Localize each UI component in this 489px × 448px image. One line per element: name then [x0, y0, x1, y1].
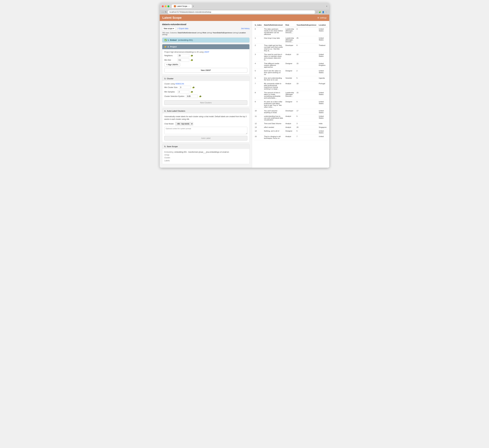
umap-label: Umap: [164, 154, 170, 156]
bookmark-icon[interactable]: ☆ [316, 11, 318, 13]
cell-years: 15 [295, 91, 318, 100]
new-scope-button[interactable]: New scope ▾ [162, 27, 176, 30]
cell-text: Don't see the value vs. time spent worki… [263, 69, 284, 76]
cell-role: Developer [284, 109, 295, 114]
address-input[interactable] [168, 10, 315, 14]
extensions-icon[interactable]: 🧩 [319, 11, 321, 13]
table-row: 4 That different media require different… [253, 62, 328, 69]
table-row: 9 It's seen as a blue collar profession … [253, 100, 328, 109]
step-save-number: 5. [164, 145, 166, 148]
cell-years: 5 [295, 129, 318, 135]
context-textarea[interactable] [164, 127, 247, 134]
cell-role: Analyst [284, 122, 295, 125]
table-header-row: ls_index DataVizNotUnderstood Role Years… [253, 23, 328, 27]
col-header-role: Role [284, 23, 295, 27]
step-auto-label-number: 4. [164, 110, 166, 112]
cell-role: Scientist [284, 76, 295, 82]
table-row: 10 You can't assume anything is trivial.… [253, 109, 328, 114]
cell-location: United States [318, 91, 328, 100]
tab-expand-icon[interactable]: ▾ [326, 5, 327, 7]
app-header: Latent Scope ⚙ settings [160, 15, 329, 21]
cell-location: United States [318, 53, 328, 62]
cell-index: 6 [253, 76, 263, 82]
cell-location: Singapore [318, 125, 328, 129]
cell-role: Leadership (Manager, Director,... [284, 91, 295, 100]
traffic-lights [162, 5, 169, 7]
step-cluster-number: 3. [164, 77, 166, 80]
cell-role: Leadership (Manager, Director,... [284, 36, 295, 44]
cell-years: 3 [295, 122, 318, 125]
cell-role: Designer [284, 100, 295, 109]
step-embed-suffix: (embedding-001) [178, 39, 193, 41]
min-dist-input[interactable] [177, 58, 189, 62]
tab-close-button[interactable]: ✕ [188, 5, 190, 7]
job-history-link[interactable]: Job history [241, 27, 250, 30]
hdbscan-link[interactable]: HDBSCAN [175, 83, 184, 85]
neighbors-input[interactable] [177, 54, 189, 57]
app-title: Latent Scope [163, 16, 182, 19]
step-cluster-body: Cluster using HDBSCAN Min Cluster Size: … [162, 81, 249, 107]
new-tab-button[interactable]: + [193, 5, 194, 8]
minimize-traffic-light[interactable] [165, 5, 167, 7]
cell-location: United States [318, 69, 328, 76]
cell-years: 15 [295, 62, 318, 69]
step-save-body: Embedding: embedding-001 - transformers-… [162, 149, 249, 164]
col-header-text: DataVizNotUnderstood [263, 23, 284, 27]
chat-model-select[interactable]: nltk - top-words [175, 122, 193, 126]
maximize-traffic-light[interactable] [167, 5, 169, 7]
epsilon-label: Cluster Selection Epsilon: [164, 95, 185, 97]
step-embed-icon: ✅ [164, 39, 167, 41]
auto-label-button[interactable]: Auto Label [164, 136, 247, 140]
cell-location: United States [318, 27, 328, 36]
step-save-card: 5. Save Scope Embedding: embedding-001 -… [162, 144, 250, 164]
neighbors-label: Neighbors: [164, 55, 176, 57]
cell-years: 25 [295, 36, 318, 44]
export-data-link[interactable]: ↗ Export data [177, 27, 188, 30]
close-traffic-light[interactable] [162, 5, 164, 7]
min-dist-label: Min Dist: [164, 59, 176, 61]
umap-link[interactable]: UMAP [204, 51, 209, 53]
cell-location: United States [318, 129, 328, 135]
active-tab[interactable]: Latent Scope ✕ [172, 4, 192, 8]
new-umap-button[interactable]: New UMAP [164, 68, 247, 72]
epsilon-row: Cluster Selection Epsilon: 🐢 [164, 95, 247, 98]
neighbors-icon: 🐢 [190, 54, 193, 57]
new-clusters-button[interactable]: New Clusters [164, 100, 247, 105]
cell-role: Designer [284, 69, 295, 76]
labels-label: Labels: [164, 160, 170, 162]
address-bar: ‹ › ↻ ☆ 🧩 👤 ⋮ [160, 9, 329, 15]
align-umaps-button[interactable]: + Align UMAPs [164, 63, 180, 66]
right-panel: ls_index DataVizNotUnderstood Role Years… [252, 21, 329, 168]
cell-text: That different media require different a… [263, 62, 284, 69]
cell-years: 2 [295, 69, 318, 76]
cell-index: 11 [253, 114, 263, 122]
cell-years: 5 [295, 76, 318, 82]
new-scope-chevron: ▾ [173, 27, 174, 30]
table-row: 3 The need for and time it takes to main… [253, 53, 328, 62]
cell-role: Designer [284, 129, 295, 135]
save-scope-details: Embedding: embedding-001 - transformers-… [164, 151, 247, 162]
cell-index: 3 [253, 53, 263, 62]
cell-text: understanding how to use and understand … [263, 114, 284, 122]
cell-text: How long it may take [263, 36, 284, 44]
address-bar-icons: ☆ 🧩 👤 ⋮ [316, 11, 327, 13]
min-samples-input[interactable] [177, 90, 189, 94]
settings-link[interactable]: ⚙ settings [317, 17, 326, 19]
forward-button[interactable]: › [163, 11, 164, 13]
cell-index: 8 [253, 91, 263, 100]
min-cluster-size-row: Min Cluster Size: 🐢 [164, 86, 247, 89]
cell-location: United States [318, 36, 328, 44]
back-button[interactable]: ‹ [162, 11, 163, 13]
cell-years: 10 [295, 82, 318, 91]
menu-icon[interactable]: ⋮ [325, 11, 327, 13]
epsilon-input[interactable] [186, 95, 198, 98]
refresh-button[interactable]: ↻ [165, 11, 167, 13]
cell-years: 17 [295, 109, 318, 114]
step-embed-number: 1. [168, 39, 169, 41]
table-row: 15 They're clinging to old techniques. f… [253, 135, 328, 140]
dataset-meta: 765 rows. Columns: DataVizNotUnderstood … [162, 32, 250, 35]
tab-title: Latent Scope [177, 5, 187, 7]
cell-location: United States [318, 109, 328, 114]
min-cluster-size-input[interactable] [179, 86, 191, 89]
profile-icon[interactable]: 👤 [322, 11, 324, 13]
